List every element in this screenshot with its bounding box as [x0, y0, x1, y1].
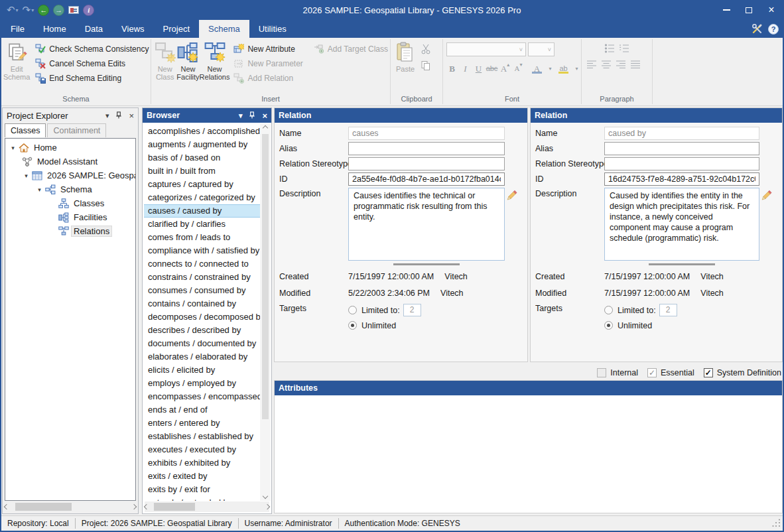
list-item[interactable]: contains / contained by [144, 297, 260, 310]
list-item[interactable]: elicits / elicited by [144, 364, 260, 377]
status-project: Project: 2026 SAMPLE: Geospatial Library [76, 518, 239, 529]
maximize-button[interactable] [738, 0, 760, 20]
tab-classes[interactable]: Classes [5, 123, 46, 137]
attributes-body[interactable] [275, 395, 781, 512]
check-schema-consistency-button[interactable]: Check Schema Consistency [35, 43, 149, 54]
list-item[interactable]: categorizes / categorized by [144, 191, 260, 204]
table-icon [32, 170, 42, 181]
undo-button[interactable]: ↶▾ [7, 4, 19, 16]
list-item[interactable]: basis of / based on [144, 151, 260, 165]
redo-button[interactable]: ↷▾ [23, 4, 34, 16]
list-item[interactable]: captures / captured by [144, 178, 260, 191]
list-item[interactable]: augments / augmented by [144, 138, 260, 151]
id-field[interactable] [348, 172, 505, 186]
info-button[interactable]: i [83, 5, 94, 16]
panel-title: Browser [147, 111, 180, 120]
minimize-button[interactable] [715, 0, 738, 20]
list-item[interactable]: exits by / exit for [144, 483, 260, 496]
list-item[interactable]: documents / documented by [144, 337, 260, 350]
browser-vscrollbar[interactable] [260, 123, 271, 501]
system-definition-checkbox[interactable]: ✓System Definition [704, 368, 781, 377]
contact-card-button[interactable] [68, 6, 79, 14]
tab-containment[interactable]: Containment [47, 123, 106, 137]
tree-item-classes[interactable]: Classes [5, 196, 135, 210]
list-item[interactable]: comes from / leads to [144, 231, 260, 244]
tab-schema[interactable]: Schema [199, 20, 249, 38]
description-resize-grip[interactable] [393, 263, 460, 265]
panel-close-icon[interactable]: × [129, 111, 134, 121]
id-label: ID [535, 174, 604, 184]
list-item[interactable]: encompasses / encompassed by [144, 390, 260, 403]
description-field[interactable]: Causes identifies the technical or progr… [348, 188, 505, 261]
end-schema-editing-button[interactable]: End Schema Editing [35, 72, 149, 84]
id-field[interactable] [604, 172, 759, 186]
pin-icon[interactable] [115, 111, 123, 119]
forward-button[interactable]: → [53, 5, 64, 16]
tree-item-project[interactable]: ▾ 2026 SAMPLE: Geospatial L [5, 168, 135, 182]
ribbon-group-insert: New Class New Facility New Relations New… [151, 38, 390, 105]
alias-field[interactable] [348, 142, 505, 155]
new-relations-button[interactable]: New Relations [200, 39, 230, 81]
alias-field[interactable] [604, 142, 759, 155]
tree-item-home[interactable]: ▾ Home [5, 141, 135, 155]
tab-data[interactable]: Data [76, 20, 112, 38]
edit-description-icon[interactable] [759, 189, 773, 202]
list-item[interactable]: constrains / constrained by [144, 271, 260, 284]
stereotype-field[interactable] [348, 157, 505, 170]
tools-icon[interactable] [751, 23, 763, 34]
list-item[interactable]: executes / executed by [144, 443, 260, 456]
list-item-selected[interactable]: causes / caused by [144, 204, 260, 218]
expander-icon[interactable]: ▾ [34, 186, 44, 193]
tree-item-relations[interactable]: Relations [5, 224, 135, 238]
new-parameter-button: New Parameter [233, 58, 302, 69]
list-item[interactable]: decomposes / decomposed by [144, 310, 260, 324]
tab-file[interactable]: File [1, 20, 34, 38]
tree-item-schema[interactable]: ▾ Schema [5, 182, 135, 196]
tab-views[interactable]: Views [112, 20, 153, 38]
close-button[interactable]: × [760, 0, 783, 20]
align-left-icon [586, 60, 597, 70]
list-item[interactable]: clarified by / clarifies [144, 218, 260, 231]
list-item[interactable]: establishes / established by [144, 430, 260, 443]
new-facility-button[interactable]: New Facility [176, 39, 199, 81]
limited-to-radio [348, 306, 357, 314]
browser-hscrollbar[interactable] [145, 501, 269, 512]
list-item[interactable]: elaborates / elaborated by [144, 350, 260, 364]
new-facility-icon [177, 42, 198, 63]
tree-item-model-assistant[interactable]: Model Assistant [5, 155, 135, 168]
tree-item-facilities[interactable]: Facilities [5, 210, 135, 224]
panel-dropdown-icon[interactable]: ▾ [105, 111, 109, 120]
back-button[interactable]: ← [38, 5, 49, 16]
list-item[interactable]: ends at / end of [144, 403, 260, 417]
tab-utilities[interactable]: Utilities [249, 20, 296, 38]
cancel-schema-edits-button[interactable]: Cancel Schema Edits [35, 58, 149, 69]
resize-grip-icon[interactable] [772, 519, 781, 528]
panel-dropdown-icon[interactable]: ▾ [239, 111, 243, 120]
list-item[interactable]: describes / described by [144, 324, 260, 337]
pin-icon[interactable] [248, 111, 256, 119]
description-resize-grip[interactable] [649, 263, 715, 265]
description-field[interactable]: Caused by identifies the entity in the d… [604, 188, 759, 261]
list-item[interactable]: exits / exited by [144, 470, 260, 483]
project-explorer-header: Project Explorer ▾ × [3, 108, 138, 123]
list-item[interactable]: connects to / connected to [144, 257, 260, 271]
edit-description-icon[interactable] [505, 189, 518, 202]
list-item[interactable]: accomplishes / accomplished by [144, 125, 260, 138]
tab-project[interactable]: Project [154, 20, 199, 38]
new-attribute-button[interactable]: New Attribute [233, 43, 302, 54]
list-item[interactable]: exhibits / exhibited by [144, 456, 260, 470]
list-item[interactable]: consumes / consumed by [144, 284, 260, 297]
help-icon[interactable]: ? [768, 24, 779, 34]
project-explorer-hscrollbar[interactable] [5, 501, 136, 512]
tab-home[interactable]: Home [34, 20, 76, 38]
panel-close-icon[interactable]: × [262, 111, 267, 121]
relation-header: Relation [531, 108, 782, 123]
expander-icon[interactable]: ▾ [21, 172, 31, 179]
list-item[interactable]: built in / built from [144, 165, 260, 178]
list-item[interactable]: extends / extended by [144, 496, 260, 501]
expander-icon[interactable]: ▾ [8, 145, 18, 151]
stereotype-field[interactable] [604, 157, 759, 170]
list-item[interactable]: enters / entered by [144, 417, 260, 430]
list-item[interactable]: compliance with / satisfied by [144, 244, 260, 257]
list-item[interactable]: employs / employed by [144, 377, 260, 390]
